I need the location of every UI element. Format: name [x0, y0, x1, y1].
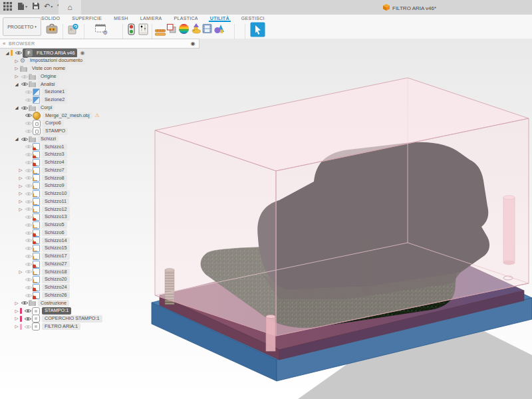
expander-icon[interactable]: ▷: [17, 183, 24, 190]
tree-row-schizzo24[interactable]: Schizzo24: [0, 284, 200, 292]
expander-icon[interactable]: ▷: [17, 198, 24, 205]
visibility-eye-icon[interactable]: [24, 269, 33, 275]
expander-icon[interactable]: ▷: [13, 300, 20, 307]
expander-icon[interactable]: ◢: [13, 81, 20, 88]
traffic-light-icon[interactable]: [128, 23, 135, 38]
tree-row-schizzo3[interactable]: Schizzo3: [0, 151, 200, 159]
visibility-eye-icon[interactable]: [24, 245, 33, 251]
tree-row-schizzo4[interactable]: Schizzo4: [0, 159, 200, 167]
tree-row-analisi[interactable]: ◢Analisi: [0, 80, 200, 88]
tab-gestisci[interactable]: GESTISCI: [240, 15, 266, 22]
measure-icon[interactable]: [155, 27, 166, 39]
home-icon[interactable]: ⌂: [59, 0, 81, 15]
tree-row-schizzo5[interactable]: Schizzo5: [0, 221, 200, 229]
visibility-eye-icon[interactable]: [24, 206, 33, 212]
visibility-eye-icon[interactable]: [20, 105, 29, 111]
visibility-eye-icon[interactable]: [24, 214, 33, 220]
select-cursor-icon[interactable]: [250, 22, 265, 40]
tree-row-impostazioni-documento[interactable]: ▷⚙Impostazioni documento: [0, 57, 200, 65]
sections-icon[interactable]: [166, 23, 177, 37]
expander-icon[interactable]: ▷: [13, 315, 20, 322]
tree-row-schizzo26[interactable]: Schizzo26: [0, 291, 200, 299]
tab-solido[interactable]: SOLIDO: [40, 15, 61, 22]
visibility-eye-icon[interactable]: [24, 277, 33, 283]
visibility-eye-icon[interactable]: [24, 160, 33, 166]
tree-row-origine[interactable]: ▷Origine: [0, 72, 200, 80]
save-icon[interactable]: [32, 2, 40, 10]
tree-row-stampo-1[interactable]: ▷STAMPO:1: [0, 307, 200, 315]
new-file-icon[interactable]: ▾: [17, 2, 27, 11]
visibility-eye-icon[interactable]: [24, 191, 33, 197]
visibility-eye-icon[interactable]: [24, 112, 33, 118]
visibility-eye-icon[interactable]: [24, 293, 33, 299]
tree-row-schizzo6[interactable]: Schizzo6: [0, 229, 200, 237]
tree-row-merge-02-mesh-obj[interactable]: Merge_02_mesh.obj⚠: [0, 112, 200, 120]
tree-row-schizzo10[interactable]: ▷Schizzo10: [0, 190, 200, 198]
shapes-icon[interactable]: [213, 23, 225, 37]
expander-icon[interactable]: ▷: [13, 308, 20, 315]
visibility-eye-icon[interactable]: [24, 175, 33, 181]
collapse-panel-icon[interactable]: «: [3, 41, 6, 47]
expander-icon[interactable]: ◢: [13, 104, 20, 111]
visibility-eye-icon[interactable]: [24, 168, 33, 174]
expander-icon[interactable]: ▷: [17, 190, 24, 197]
visibility-eye-icon[interactable]: [14, 50, 23, 56]
visibility-eye-icon[interactable]: [24, 261, 33, 267]
expander-icon[interactable]: ▷: [17, 175, 24, 182]
tab-utilità[interactable]: UTILITÀ: [209, 15, 231, 22]
visibility-eye-icon[interactable]: [24, 199, 33, 205]
pink-pin-front[interactable]: [266, 315, 275, 352]
tree-row-stampo[interactable]: STAMPO: [0, 128, 200, 136]
zebra-sphere-icon[interactable]: [178, 23, 190, 37]
expander-icon[interactable]: ◢: [4, 50, 11, 57]
tab-plastica[interactable]: PLASTICA: [173, 15, 200, 22]
undo-icon[interactable]: ↶▾: [44, 2, 53, 11]
visibility-eye-icon[interactable]: [24, 253, 33, 259]
activate-component-radio-icon[interactable]: ◉: [80, 51, 84, 56]
tab-lamiera[interactable]: LAMIERA: [139, 15, 164, 22]
visibility-eye-icon[interactable]: [23, 308, 32, 314]
draft-duck-icon[interactable]: [191, 23, 201, 37]
app-grid-icon[interactable]: [3, 2, 12, 11]
expander-icon[interactable]: ▷: [13, 65, 20, 72]
tree-row-costruzione[interactable]: ▷Costruzione: [0, 299, 200, 307]
tree-row-schizzo14[interactable]: Schizzo14: [0, 237, 200, 245]
tree-row-schizzo15[interactable]: Schizzo15: [0, 245, 200, 253]
tree-row-sezione2[interactable]: Sezione2: [0, 96, 200, 104]
document-tab[interactable]: FILTRO ARIA v46*: [383, 1, 436, 15]
tree-row-schizzo8[interactable]: ▷Schizzo8: [0, 174, 200, 182]
film-icon[interactable]: [202, 23, 212, 37]
visibility-eye-icon[interactable]: [24, 144, 33, 150]
expander-icon[interactable]: ▷: [13, 73, 20, 80]
visibility-eye-icon[interactable]: [24, 230, 33, 236]
tree-row-schizzo17[interactable]: Schizzo17: [0, 253, 200, 261]
expander-icon[interactable]: ▷: [13, 58, 20, 65]
visibility-eye-icon[interactable]: [24, 183, 33, 189]
tree-row-schizzo18[interactable]: ▷Schizzo18: [0, 268, 200, 276]
visibility-eye-icon[interactable]: [24, 89, 33, 95]
tree-row-filtro-aria-v46[interactable]: ◢FFILTRO ARIA v46◉: [0, 49, 200, 57]
tree-row-schizzo9[interactable]: ▷Schizzo9: [0, 182, 200, 190]
nest-sheet-icon[interactable]: [67, 23, 79, 38]
tree-row-schizzo11[interactable]: ▷Schizzo11: [0, 198, 200, 205]
tree-row-sezione1[interactable]: Sezione1: [0, 88, 200, 96]
expander-icon[interactable]: ▷: [17, 167, 24, 174]
tab-superficie[interactable]: SUPERFICIE: [70, 15, 103, 22]
visibility-eye-icon[interactable]: [24, 237, 33, 243]
visibility-eye-icon[interactable]: [24, 152, 33, 158]
visibility-eye-icon[interactable]: [23, 316, 32, 322]
visibility-eye-icon[interactable]: [20, 81, 29, 87]
visibility-eye-icon[interactable]: [24, 97, 33, 103]
tree-row-schizzi[interactable]: ◢Schizzi: [0, 135, 200, 143]
expander-icon[interactable]: ▷: [17, 269, 24, 275]
visibility-eye-icon[interactable]: [24, 285, 33, 291]
tree-row-schizzo1[interactable]: Schizzo1: [0, 143, 200, 151]
visibility-eye-icon[interactable]: [20, 300, 29, 306]
visibility-eye-icon[interactable]: [20, 136, 29, 142]
tree-row-corpi[interactable]: ◢Corpi: [0, 104, 200, 112]
visibility-eye-icon[interactable]: [24, 128, 33, 134]
tree-row-coperchio-stampo-1[interactable]: ▷COPERCHIO STAMPO:1: [0, 315, 200, 323]
addin-window-icon[interactable]: ⚙: [94, 23, 108, 38]
visibility-eye-icon[interactable]: [24, 120, 33, 126]
tree-row-schizzo20[interactable]: Schizzo20: [0, 276, 200, 284]
